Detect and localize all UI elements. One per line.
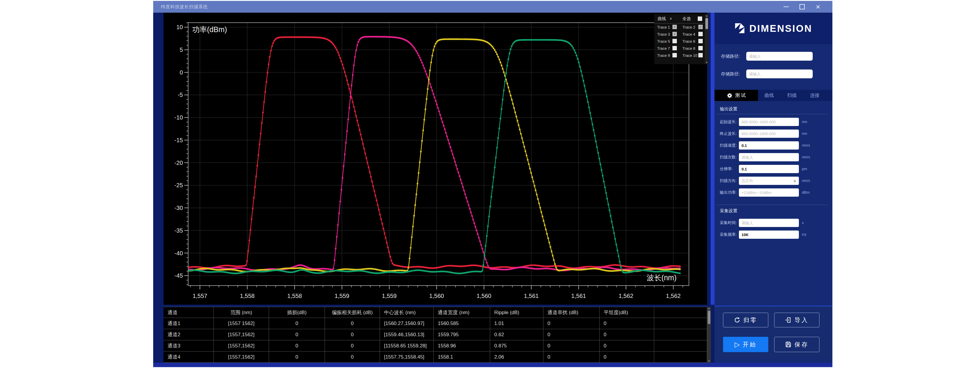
power-spectrum-chart: 1,5571,5581,5581,5591,5591,5601,5601,561… bbox=[164, 13, 707, 305]
tab-scan[interactable]: 扫描 bbox=[780, 90, 803, 101]
table-cell: [1560.27,1560.97] bbox=[380, 318, 434, 329]
trace-curve-trace-2 bbox=[188, 36, 681, 272]
trace-checkbox-8[interactable] bbox=[698, 46, 703, 50]
svg-text:-25: -25 bbox=[174, 182, 183, 189]
settings-field-row: 扫描方向:仅正向∨nm/s bbox=[714, 177, 832, 185]
curve-dropdown[interactable]: 曲线 bbox=[658, 14, 666, 23]
scroll-down-icon[interactable]: ▼ bbox=[705, 61, 709, 64]
table-cell: [1557,1562] bbox=[214, 352, 269, 362]
table-row[interactable]: 通道4[1557,1562]00[1557.75,1558.45]1558.12… bbox=[164, 352, 707, 363]
brand-name: DIMENSION bbox=[749, 23, 812, 34]
table-cell: 1560.585 bbox=[434, 318, 490, 329]
import-button[interactable]: 导入 bbox=[774, 313, 819, 327]
table-scrollbar[interactable]: ▲ ▼ bbox=[707, 307, 711, 363]
column-header: 偏振相关损耗 (dB) bbox=[325, 307, 380, 318]
tab-curve[interactable]: 曲线 bbox=[758, 90, 780, 101]
table-cell: [1557,1562] bbox=[214, 329, 269, 340]
scroll-down-icon[interactable]: ▼ bbox=[707, 360, 711, 362]
svg-text:1,557: 1,557 bbox=[192, 293, 207, 299]
table-cell: 0 bbox=[543, 352, 600, 362]
field-input[interactable] bbox=[739, 189, 799, 197]
app-window: 纬度科技波长扫描系统 × 1,5571,5581,5581,5591,5591,… bbox=[153, 1, 832, 367]
save-icon bbox=[785, 341, 792, 348]
maximize-button[interactable] bbox=[794, 1, 810, 13]
chevron-down-icon[interactable]: ∨ bbox=[670, 14, 672, 23]
import-icon bbox=[785, 317, 792, 323]
table-row[interactable]: 通道1[1557 1562]00[1560.27,1560.97]1560.58… bbox=[164, 318, 707, 329]
scroll-up-icon[interactable]: ▲ bbox=[707, 307, 711, 310]
svg-text:-30: -30 bbox=[174, 205, 183, 211]
field-input[interactable] bbox=[739, 153, 799, 161]
field-label: 采集时间: bbox=[720, 219, 737, 227]
window-title: 纬度科技波长扫描系统 bbox=[161, 1, 208, 13]
field-unit: dBm bbox=[802, 189, 810, 197]
legend-trace-label: Trace 7 bbox=[657, 46, 670, 51]
legend-scroll-thumb[interactable] bbox=[705, 18, 708, 29]
trace-checkbox-7[interactable] bbox=[673, 46, 677, 50]
field-input[interactable] bbox=[739, 130, 799, 138]
minimize-button[interactable] bbox=[778, 1, 794, 13]
table-row[interactable]: 通道2[1557,1562]00[1559.46,1560.13]1559.79… bbox=[164, 329, 707, 340]
close-button[interactable]: × bbox=[810, 1, 826, 13]
trace-checkbox-9[interactable] bbox=[673, 53, 677, 58]
svg-text:0: 0 bbox=[180, 69, 183, 76]
tab-test[interactable]: 测 试 bbox=[714, 90, 758, 101]
field-label: 扫描方向: bbox=[720, 177, 737, 185]
field-unit: Hz bbox=[802, 230, 807, 239]
storage-path-label: 存储路径: bbox=[721, 69, 740, 78]
field-input[interactable] bbox=[739, 165, 799, 173]
field-input[interactable] bbox=[739, 141, 799, 150]
settings-field-row: 扫描速度:nm/s bbox=[714, 141, 832, 150]
select-all-checkbox[interactable] bbox=[698, 16, 702, 21]
svg-text:1,559: 1,559 bbox=[335, 293, 349, 299]
table-cell: 通道4 bbox=[164, 352, 214, 362]
tab-connect[interactable]: 连接 bbox=[803, 90, 826, 101]
start-button[interactable]: ▷ 开始 bbox=[723, 337, 768, 352]
scroll-up-icon[interactable]: ▲ bbox=[705, 14, 709, 17]
settings-field-row: 输出功率:dBm bbox=[714, 189, 832, 197]
storage-path-label: 存储路径: bbox=[721, 52, 740, 61]
trace-checkbox-6[interactable] bbox=[698, 39, 703, 43]
table-cell: 通道2 bbox=[164, 329, 214, 340]
trace-checkbox-4[interactable] bbox=[698, 32, 703, 36]
trace-checkbox-2[interactable]: ✓ bbox=[698, 25, 703, 29]
section-divider bbox=[717, 205, 828, 205]
window-content: 1,5571,5581,5581,5591,5591,5601,5601,561… bbox=[153, 13, 832, 363]
field-input[interactable] bbox=[739, 118, 799, 126]
svg-text:1,560: 1,560 bbox=[429, 293, 444, 299]
svg-text:5: 5 bbox=[180, 46, 183, 53]
table-cell bbox=[654, 340, 707, 351]
scan-direction-select[interactable]: 仅正向∨ bbox=[739, 177, 799, 185]
legend-trace-label: Trace 1 bbox=[657, 25, 670, 29]
trace-checkbox-5[interactable] bbox=[673, 39, 677, 43]
trace-checkbox-3[interactable]: ✓ bbox=[673, 32, 677, 36]
titlebar[interactable]: 纬度科技波长扫描系统 × bbox=[153, 1, 832, 13]
column-header: 中心波长 (nm) bbox=[380, 307, 434, 318]
legend-trace-label: Trace 8 bbox=[682, 46, 695, 51]
settings-field-row: 扫描次数:nm/s bbox=[714, 153, 832, 161]
select-all-label: 全选 bbox=[682, 14, 690, 23]
trace-checkbox-1[interactable]: ✓ bbox=[673, 25, 677, 29]
settings-field-row: 终止波长:nm bbox=[714, 130, 832, 138]
table-scroll-thumb[interactable] bbox=[708, 310, 710, 324]
settings-sidebar: DIMENSION 存储路径: 存储路径: 测 试曲线扫描连接 输出设置 起始波… bbox=[714, 13, 832, 363]
field-label: 终止波长: bbox=[720, 130, 737, 138]
y-axis-label: 功率(dBm) bbox=[192, 25, 227, 34]
legend-scrollbar[interactable]: ▲ ▼ bbox=[705, 14, 709, 64]
svg-text:1,558: 1,558 bbox=[287, 293, 302, 299]
save-button[interactable]: 保存 bbox=[774, 337, 819, 352]
table-cell: 0 bbox=[325, 340, 380, 351]
table-cell: 0 bbox=[600, 318, 654, 329]
field-input[interactable] bbox=[739, 230, 799, 239]
field-input[interactable] bbox=[739, 219, 799, 227]
table-cell: 2.06 bbox=[490, 352, 543, 362]
storage-path-input[interactable] bbox=[746, 52, 813, 61]
svg-text:-40: -40 bbox=[174, 250, 183, 256]
table-cell: 0 bbox=[325, 318, 380, 329]
maximize-icon bbox=[799, 4, 805, 10]
zero-button[interactable]: 归零 bbox=[723, 313, 768, 327]
settings-field-row: 分辨率:pm bbox=[714, 165, 832, 173]
trace-checkbox-10[interactable] bbox=[698, 53, 703, 58]
table-row[interactable]: 通道3[1557,1562]00[11558.65 1559.28]1558.9… bbox=[164, 340, 707, 352]
storage-path-input[interactable] bbox=[746, 69, 813, 78]
